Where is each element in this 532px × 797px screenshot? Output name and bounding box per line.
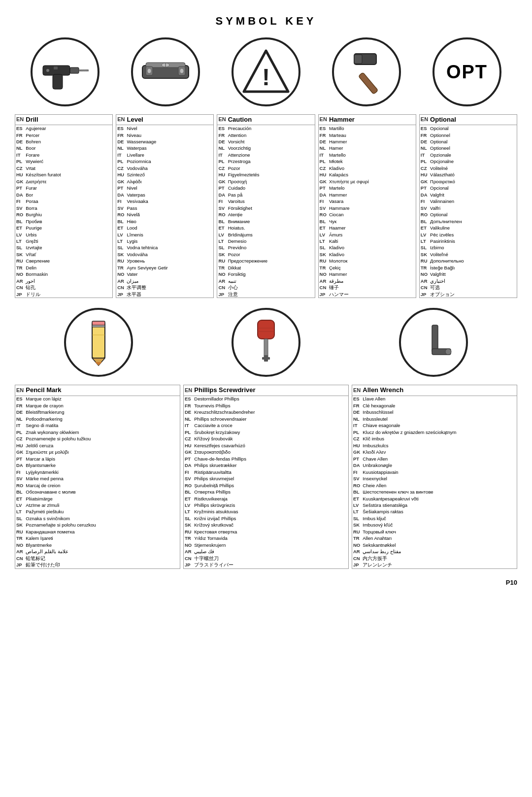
table-row: SLOznaka s svinčnikom	[15, 515, 180, 522]
caution-header-word: Caution	[227, 115, 315, 125]
table-row: ITCacciavite a croce	[184, 423, 348, 429]
table-row: SVInsexnyckel	[352, 475, 517, 482]
table-row: NOSekskantnøkkel	[352, 542, 517, 548]
table-row: DEWasserwaage	[116, 138, 213, 145]
phillips-table: EN Phillips Screwdriver ESDestornillador…	[183, 385, 349, 568]
table-row: RUМолоток	[319, 258, 416, 265]
table-row: FIKuusiotappiavain	[352, 469, 517, 475]
table-row: ROȘurubelniță Phillips	[184, 482, 348, 489]
table-row: ITOpzionale	[420, 152, 517, 158]
pencil-icon	[64, 308, 133, 377]
level-header-lang: EN	[116, 115, 126, 125]
table-row: ARتنبيه	[217, 278, 314, 284]
bottom-tables-section: EN Pencil Mark ESMarque con lápizFRMarqu…	[15, 385, 517, 568]
table-row: GKΚλειδί Αλεν	[352, 449, 517, 455]
table-row: FIValinnainen	[420, 198, 517, 204]
table-row: FROptionnel	[420, 132, 517, 138]
svg-rect-1	[53, 74, 63, 89]
table-row: ARعلامة بالقلم الرصاص	[15, 548, 180, 555]
level-header-word: Level	[126, 115, 213, 125]
table-row: LTKryžminis atsuktuvas	[184, 509, 348, 515]
svg-rect-26	[92, 325, 105, 327]
table-row: BLШестостепенен ключ за винтове	[352, 489, 517, 495]
table-row: ESMarque con lápiz	[15, 396, 180, 402]
table-row: DABor	[15, 192, 112, 198]
table-row: ETValikuline	[420, 225, 517, 231]
table-row: CN水平调整	[116, 285, 213, 291]
table-row: ETPliiatsimärge	[15, 496, 180, 502]
table-row: HUKeresztfejes csavarhúzó	[184, 442, 348, 449]
table-row: SVFörsiktighet	[217, 205, 314, 211]
table-row: PLPoziomnica	[116, 159, 213, 165]
table-row: LVUrbis	[15, 232, 112, 238]
table-row: NOVater	[116, 271, 213, 278]
caution-header-lang: EN	[217, 115, 227, 125]
table-row: FRNiveau	[116, 132, 213, 138]
table-row: GKΣημειώστε με μολύβι	[15, 449, 180, 455]
table-row: SVValfri	[420, 205, 517, 211]
table-row: NOForsiktig	[217, 271, 314, 278]
table-row: LTDemesio	[217, 238, 314, 244]
table-row: CN小心	[217, 285, 314, 291]
table-row: LVĀmurs	[319, 232, 416, 238]
table-row: ITMartello	[319, 152, 416, 158]
table-row: PTFurar	[15, 185, 112, 191]
table-row: DAPas på	[217, 192, 314, 198]
table-row: RUПредостережение	[217, 258, 314, 265]
table-row: SVMärke med penna	[15, 475, 180, 482]
table-row: CZVrtat	[15, 165, 112, 171]
table-row: LVBrīdinājums	[217, 232, 314, 238]
pencil-header-lang: EN	[15, 385, 25, 396]
table-row: TRAllen Anahtarı	[352, 535, 517, 542]
allen-wrench-icon	[399, 308, 468, 377]
table-row: ROCheie Allen	[352, 482, 517, 489]
table-row: DEInbusschlüssel	[352, 409, 517, 416]
top-tables-section: EN Drill ESAgujerearFRPercerDEBohrenNLBo…	[15, 114, 517, 298]
table-row: GKΧτυπήστε με σφυρί	[319, 178, 416, 185]
table-row: SLIzbirno	[420, 245, 517, 251]
table-row: PLMłotek	[319, 159, 416, 165]
table-row: DEKreuzschlitzschraubendreher	[184, 409, 348, 416]
table-row: LVPhillips skrūvgriezis	[184, 502, 348, 508]
table-row: JP鉛筆で付けた印	[15, 562, 180, 568]
table-row: CN十字螺丝刀	[184, 555, 348, 562]
table-row: CN钻孔	[15, 285, 112, 291]
table-row: ARفك صليبي	[184, 548, 348, 555]
table-row: DEBohren	[15, 138, 112, 145]
allen-header-lang: EN	[352, 385, 362, 396]
svg-rect-21	[354, 55, 362, 64]
table-row: DABlyantsmærke	[15, 462, 180, 468]
page-title: SYMBOL KEY	[15, 15, 517, 28]
table-row: HUKészítsen furatot	[15, 172, 112, 178]
table-row: NOBormaskin	[15, 271, 112, 278]
optional-header-lang: EN	[420, 115, 429, 125]
table-row: RUУровень	[116, 258, 213, 265]
table-row: ITSegno di matita	[15, 423, 180, 429]
table-row: ITForare	[15, 152, 112, 158]
table-row: FRMarque de crayon	[15, 402, 180, 409]
table-row: ARميزان	[116, 278, 213, 284]
table-row: SLVodna tehtnica	[116, 245, 213, 251]
table-row: JPオプション	[420, 291, 517, 298]
table-row: FIVasara	[319, 198, 416, 204]
table-row: HUSzintező	[116, 172, 213, 178]
table-row: PTChave Allen	[352, 456, 517, 462]
drill-header-lang: EN	[15, 115, 25, 125]
level-table: EN Level ESNivelFRNiveauDEWasserwaageNLW…	[116, 114, 214, 298]
table-row: FRAttention	[217, 132, 314, 138]
table-row: JPアレンレンチ	[352, 562, 517, 568]
table-row: SKVoliteľné	[420, 251, 517, 258]
table-row: HUJelölő ceruza	[15, 442, 180, 449]
svg-rect-34	[432, 325, 438, 352]
table-row: ETRistkruvikeeraja	[184, 496, 348, 502]
table-row: DEOptional	[420, 138, 517, 145]
drill-header-word: Drill	[25, 115, 112, 125]
table-row: PTMartelo	[319, 185, 416, 191]
table-row: LTPasirinktinis	[420, 238, 517, 244]
table-row: ARمطرقة	[319, 278, 416, 284]
table-row: HUFigyelmeztetés	[217, 172, 314, 178]
table-row: NOBlyantmerke	[15, 542, 180, 548]
table-row: RUКарандашная пометка	[15, 529, 180, 535]
hammer-header-lang: EN	[319, 115, 328, 125]
table-row: ROMarcaj de creion	[15, 482, 180, 489]
